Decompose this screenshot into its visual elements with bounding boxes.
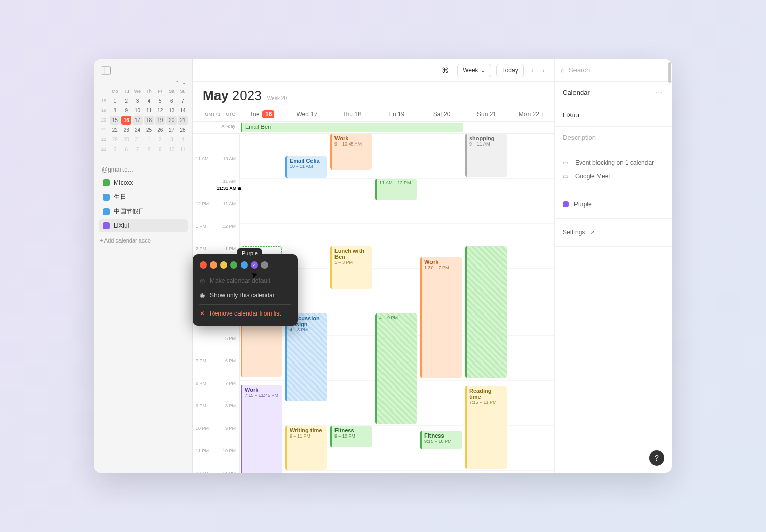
prev-week[interactable]: ‹ [529,66,536,75]
day-col-thu[interactable]: Work9 – 10:45 AMLunch with Ben1 – 3 PMFi… [329,134,374,473]
add-account-button[interactable]: + Add calendar acco [94,232,192,249]
minical-day[interactable]: 13 [166,106,177,115]
minical-day[interactable]: 22 [110,126,120,134]
description-field[interactable]: Description [555,127,672,149]
day-header[interactable]: Mon 22 + [509,108,554,121]
color-option[interactable] [210,261,217,269]
minical-day[interactable]: 31 [132,135,142,144]
today-button[interactable]: Today [496,64,524,77]
minical-day[interactable]: 4 [144,96,154,105]
calendar-event[interactable]: shopping9 – 11 AM [465,134,507,177]
view-selector[interactable]: Week⌄ [457,64,491,77]
minical-day[interactable]: 19 [155,116,165,125]
calendar-event[interactable] [465,246,507,378]
minical-day[interactable]: 3 [166,135,177,144]
minical-day[interactable]: 12 [155,106,165,115]
color-option[interactable] [241,261,248,269]
calendar-event[interactable]: Fitness9 – 10 PM [330,426,372,447]
color-option[interactable]: ✓ [251,261,258,269]
minical-day[interactable]: 4 [178,135,188,144]
scrollbar[interactable] [668,62,671,83]
color-row[interactable]: Purple [563,198,663,211]
minical-day[interactable]: 16 [121,116,131,125]
calendar-event[interactable]: Writing time9 – 11 PM [285,426,327,470]
day-header[interactable]: Sun 21 [464,108,509,121]
calendar-event[interactable]: Fitness9:15 – 10 PM [420,431,462,449]
minical-day[interactable]: 2 [121,96,131,105]
ctx-remove[interactable]: ✕Remove calendar from list [198,304,293,321]
color-option[interactable] [230,261,237,269]
day-col-fri[interactable]: 11 AM – 12 PM4 – 9 PM [374,134,419,473]
allday-event[interactable]: Email Ben [241,123,463,132]
minical-day[interactable]: 21 [178,116,188,125]
color-option[interactable] [261,261,268,269]
minical-day[interactable]: 14 [178,106,188,115]
minical-day[interactable]: 20 [166,116,177,125]
day-col-mon[interactable] [509,134,554,473]
minical-day[interactable]: 28 [178,126,188,134]
day-header[interactable]: Sat 20 [419,108,464,121]
sidebar-toggle-icon[interactable] [101,66,111,75]
panel-more-icon[interactable]: ⋯ [656,89,663,96]
minical-day[interactable]: 5 [110,145,120,154]
minical-day[interactable]: 30 [121,135,131,144]
minical-day[interactable]: 9 [121,106,131,115]
minical-day[interactable]: 10 [166,145,177,154]
calendar-item[interactable]: Micoxx [99,176,188,189]
minical-day[interactable]: 27 [166,126,177,134]
minical-day[interactable]: 26 [155,126,165,134]
minical-day[interactable]: 8 [144,145,154,154]
minical-next[interactable]: ⌄ [182,80,186,85]
day-header[interactable]: Tue 16 [240,108,284,121]
minical-day[interactable]: 9 [155,145,165,154]
minical-day[interactable]: 17 [132,116,142,125]
minical-day[interactable]: 1 [110,96,120,105]
ctx-make-default[interactable]: ◎Make calendar default [198,274,293,288]
calendar-item[interactable]: LiXiui [99,219,188,232]
calendar-event[interactable]: Work1:30 – 7 PM [420,257,462,378]
day-col-sat[interactable]: Work1:30 – 7 PMFitness9:15 – 10 PM [419,134,464,473]
help-button[interactable]: ? [649,450,664,466]
minical-day[interactable]: 29 [110,135,120,144]
minical-day[interactable]: 6 [166,96,177,105]
minical-day[interactable]: 5 [155,96,165,105]
day-header[interactable]: Wed 17 [284,108,329,121]
minical-day[interactable]: 7 [178,96,188,105]
color-option[interactable] [200,261,207,269]
minical-day[interactable]: 1 [144,135,154,144]
minical-day[interactable]: 23 [121,126,131,134]
calendar-event[interactable]: 11 AM – 12 PM [375,179,417,200]
search-field[interactable]: ⌕ Search [555,59,672,82]
minical-day[interactable]: 8 [110,106,120,115]
calendar-item[interactable]: 中国节假日 [99,204,188,219]
calendar-event[interactable]: Email Celia10 – 11 AM [285,156,327,178]
minical-day[interactable]: 11 [178,145,188,154]
minical-day[interactable]: 2 [155,135,165,144]
add-timezone[interactable]: + [197,112,199,117]
settings-link[interactable]: Settings↗ [563,226,663,239]
calendar-event[interactable]: Reading time7:15 – 11 PM [465,386,507,469]
command-icon[interactable]: ⌘ [439,66,452,75]
ctx-show-only[interactable]: ◉Show only this calendar [198,288,293,302]
calendar-item[interactable]: 生日 [99,189,188,204]
day-col-sun[interactable]: shopping9 – 11 AMReading time7:15 – 11 P… [464,134,509,473]
minical-day[interactable]: 11 [144,106,154,115]
day-header[interactable]: Fri 19 [374,108,419,121]
color-option[interactable] [220,261,227,269]
calendar-event[interactable]: 4 – 9 PM [375,313,417,424]
event-blocking-row[interactable]: ▭Event blocking on 1 calendar [563,156,663,170]
minical-day[interactable]: 6 [121,145,131,154]
calendar-event[interactable]: Work9 – 10:45 AM [330,134,372,170]
day-header[interactable]: Thu 18 [329,108,374,121]
minical-day[interactable]: 3 [132,96,142,105]
minical-day[interactable]: 25 [144,126,154,134]
minical-day[interactable]: 15 [110,116,120,125]
calendar-event[interactable]: Discussion design4 – 8 PM [285,313,327,401]
calendar-event[interactable]: Work7:15 – 11:45 PM [241,385,282,473]
minical-day[interactable]: 7 [132,145,142,154]
next-week[interactable]: › [540,66,547,75]
calendar-name[interactable]: LiXiui [555,104,672,127]
minical-day[interactable]: 24 [132,126,142,134]
minical-prev[interactable]: ⌃ [175,80,179,85]
minical-day[interactable]: 18 [144,116,154,125]
